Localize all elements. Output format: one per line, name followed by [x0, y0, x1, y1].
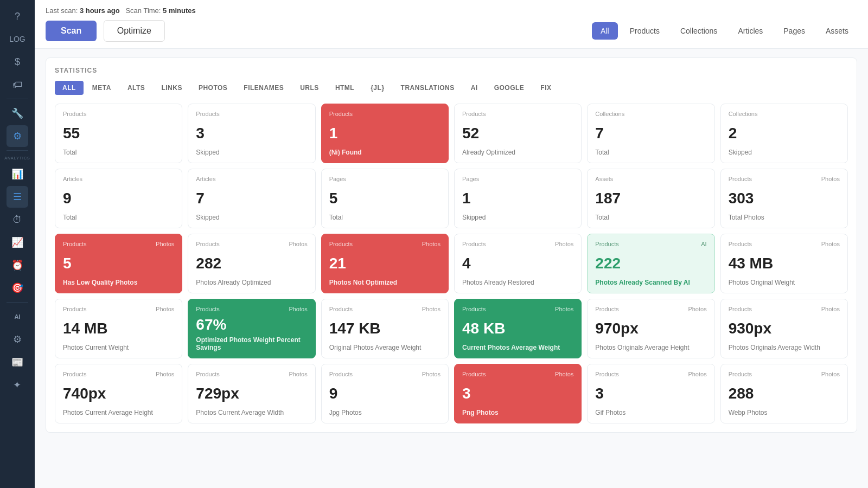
- bar-chart-icon[interactable]: 📈: [7, 232, 28, 253]
- card-label: Jpg Photos: [329, 409, 441, 416]
- card-label: Photos Original Weight: [729, 279, 840, 286]
- card-value: 5: [329, 191, 441, 206]
- card-value: 48 KB: [462, 321, 573, 336]
- main-content: Last scan: 3 hours ago Scan Time: 5 minu…: [35, 0, 868, 488]
- card-category: Products: [462, 241, 486, 247]
- card-products-already-optimized[interactable]: Products 52 Already Optimized: [454, 104, 582, 163]
- cat-tab-ai[interactable]: AI: [463, 81, 486, 95]
- card-category: Collections: [595, 111, 624, 117]
- card-value: 43 MB: [729, 256, 840, 271]
- card-original-avg-weight[interactable]: Products Photos 147 KB Original Photos A…: [321, 299, 449, 358]
- log-icon[interactable]: LOG: [7, 28, 28, 50]
- target-icon[interactable]: 🎯: [7, 277, 28, 299]
- card-label: Total: [595, 149, 706, 156]
- cat-tab-all[interactable]: ALL: [55, 81, 84, 95]
- card-photos-weight-savings[interactable]: Products Photos 67% Optimized Photos Wei…: [188, 299, 315, 358]
- card-low-quality-photos[interactable]: Products Photos 5 Has Low Quality Photos: [55, 234, 182, 293]
- card-collections-skipped[interactable]: Collections 2 Skipped: [720, 104, 848, 163]
- card-label: Photos Already Scanned By AI: [595, 279, 706, 286]
- card-category: Products: [329, 241, 353, 247]
- card-articles-total[interactable]: Articles 9 Total: [55, 169, 182, 228]
- filter-tab-assets[interactable]: Assets: [817, 22, 857, 40]
- tag-icon[interactable]: 🏷: [7, 74, 28, 95]
- card-category: Products: [462, 371, 486, 377]
- card-current-avg-width[interactable]: Products Photos 729px Photos Current Ave…: [188, 364, 315, 423]
- card-value: 3: [462, 386, 573, 401]
- card-pages-skipped[interactable]: Pages 1 Skipped: [454, 169, 582, 228]
- settings2-icon[interactable]: ⚙: [7, 329, 28, 350]
- card-subcategory: Photos: [688, 306, 706, 312]
- cat-tab-fix[interactable]: FIX: [533, 81, 559, 95]
- card-products-ni-found[interactable]: Products 1 (Ni) Found: [321, 104, 449, 163]
- card-products-photos-total[interactable]: Products Photos 303 Total Photos: [720, 169, 848, 228]
- scan-button[interactable]: Scan: [46, 21, 97, 41]
- card-gif-photos[interactable]: Products Photos 3 Gif Photos: [587, 364, 714, 423]
- card-value: 740px: [63, 386, 174, 401]
- cat-tab-translations[interactable]: TRANSLATIONS: [393, 81, 462, 95]
- gear-icon[interactable]: ⚙: [7, 125, 28, 147]
- card-photos-current-weight[interactable]: Products Photos 14 MB Photos Current Wei…: [55, 299, 182, 358]
- card-subcategory: Photos: [422, 371, 441, 377]
- card-value: 7: [196, 191, 307, 206]
- card-originals-avg-width[interactable]: Products Photos 930px Photos Originals A…: [720, 299, 848, 358]
- cat-tab-links[interactable]: LINKS: [154, 81, 190, 95]
- card-category: Products: [729, 241, 752, 247]
- card-label: Photos Current Weight: [63, 344, 174, 351]
- ai-icon[interactable]: AI: [7, 306, 28, 328]
- card-originals-avg-height[interactable]: Products Photos 970px Photos Originals A…: [587, 299, 714, 358]
- card-pages-total[interactable]: Pages 5 Total: [321, 169, 449, 228]
- card-current-avg-weight[interactable]: Products Photos 48 KB Current Photos Ave…: [454, 299, 582, 358]
- card-articles-skipped[interactable]: Articles 7 Skipped: [188, 169, 315, 228]
- card-photos-not-optimized[interactable]: Products Photos 21 Photos Not Optimized: [321, 234, 449, 293]
- card-subcategory: Photos: [555, 306, 573, 312]
- card-webp-photos[interactable]: Products Photos 288 Webp Photos: [720, 364, 848, 423]
- card-photos-restored[interactable]: Products Photos 4 Photos Already Restore…: [454, 234, 582, 293]
- card-photos-original-weight[interactable]: Products Photos 43 MB Photos Original We…: [720, 234, 848, 293]
- card-value: 1: [329, 126, 441, 141]
- content-area: STATISTICS ALL META ALTS LINKS PHOTOS FI…: [35, 49, 868, 488]
- card-category: Products: [63, 371, 86, 377]
- cat-tab-meta[interactable]: META: [85, 81, 119, 95]
- card-photos-already-optimized[interactable]: Products Photos 282 Photos Already Optim…: [188, 234, 315, 293]
- star-icon[interactable]: ✦: [7, 374, 28, 396]
- card-subcategory: Photos: [555, 241, 573, 247]
- table-icon[interactable]: ☰: [7, 186, 28, 208]
- card-assets-total[interactable]: Assets 187 Total: [587, 169, 714, 228]
- cat-tab-jl[interactable]: {JL}: [363, 81, 392, 95]
- card-subcategory: Photos: [821, 371, 840, 377]
- cat-tab-filenames[interactable]: FILENAMES: [236, 81, 291, 95]
- cat-tab-photos[interactable]: PHOTOS: [191, 81, 235, 95]
- cat-tab-urls[interactable]: URLS: [292, 81, 327, 95]
- card-value: 3: [595, 386, 706, 401]
- filter-tab-all[interactable]: All: [592, 22, 618, 40]
- card-products-skipped[interactable]: Products 3 Skipped: [188, 104, 315, 163]
- card-collections-total[interactable]: Collections 7 Total: [587, 104, 714, 163]
- clock-icon[interactable]: ⏱: [7, 209, 28, 230]
- card-png-photos[interactable]: Products Photos 3 Png Photos: [454, 364, 582, 423]
- card-label: Total: [63, 149, 174, 156]
- news-icon[interactable]: 📰: [7, 351, 28, 373]
- circle-clock-icon[interactable]: ⏰: [7, 254, 28, 276]
- filter-tab-pages[interactable]: Pages: [775, 22, 814, 40]
- chart-list-icon[interactable]: 📊: [7, 163, 28, 185]
- wrench-icon[interactable]: 🔧: [7, 102, 28, 124]
- help-icon[interactable]: ?: [7, 5, 28, 27]
- cat-tab-alts[interactable]: ALTS: [120, 81, 152, 95]
- card-subcategory: Photos: [688, 371, 706, 377]
- filter-tab-collections[interactable]: Collections: [672, 22, 726, 40]
- card-label: Png Photos: [462, 409, 573, 416]
- filter-tab-articles[interactable]: Articles: [729, 22, 771, 40]
- card-current-avg-height[interactable]: Products Photos 740px Photos Current Ave…: [55, 364, 182, 423]
- card-label: Total: [63, 214, 174, 221]
- card-products-total[interactable]: Products 55 Total: [55, 104, 182, 163]
- cat-tab-html[interactable]: HTML: [328, 81, 362, 95]
- card-photos-ai-scanned[interactable]: Products AI 222 Photos Already Scanned B…: [587, 234, 714, 293]
- dollar-icon[interactable]: $: [7, 51, 28, 73]
- card-category: Products: [196, 306, 219, 312]
- card-category: Products: [729, 176, 752, 182]
- filter-tab-products[interactable]: Products: [621, 22, 668, 40]
- cat-tab-google[interactable]: GOOGLE: [487, 81, 532, 95]
- optimize-button[interactable]: Optimize: [104, 20, 165, 42]
- card-jpg-photos[interactable]: Products Photos 9 Jpg Photos: [321, 364, 449, 423]
- card-category: Products: [595, 306, 618, 312]
